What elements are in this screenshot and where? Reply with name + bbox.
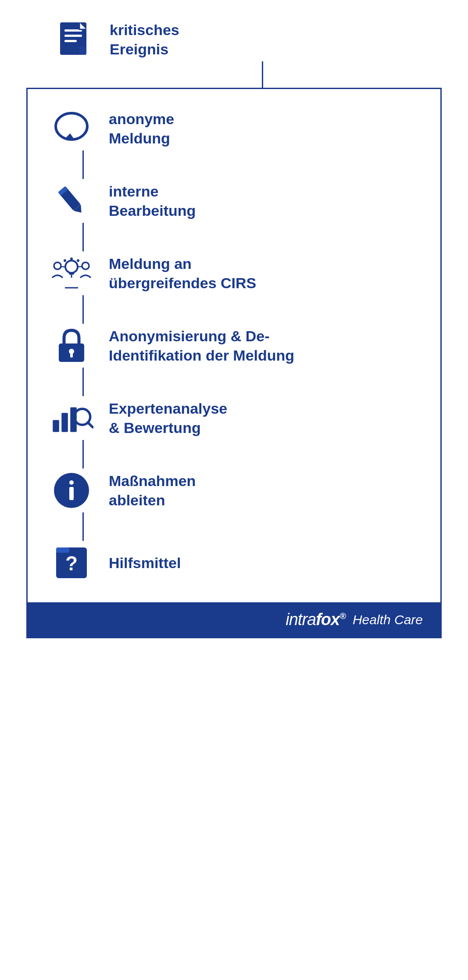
logo-registered: ®: [339, 611, 346, 621]
svg-line-29: [88, 422, 93, 427]
svg-rect-26: [61, 413, 68, 432]
step-6-label: Maßnahmen ableiten: [109, 471, 196, 510]
edit-icon: [50, 179, 93, 223]
step-3-label: Meldung an übergreifendes CIRS: [109, 254, 256, 293]
step-row-1: anonyme Meldung: [50, 107, 174, 150]
main-box: anonyme Meldung interne Bearbeitung: [26, 88, 442, 638]
step-2-label: interne Bearbeitung: [109, 182, 196, 220]
step-row-3: Meldung an übergreifendes CIRS: [50, 251, 256, 295]
svg-rect-2: [64, 35, 82, 37]
lock-icon: [50, 324, 93, 368]
connector-5: [82, 440, 84, 469]
connector-1: [82, 150, 84, 179]
step-row-4: Anonymisierung & De- Identifikation der …: [50, 324, 294, 368]
connector-3: [82, 295, 84, 324]
connector-6: [82, 512, 84, 541]
footer-bar: intrafox® Health Care: [28, 602, 440, 637]
logo-intra: intra: [286, 610, 316, 629]
svg-rect-3: [64, 40, 77, 42]
svg-point-11: [65, 261, 78, 273]
help-box-icon: ?: [50, 541, 93, 585]
svg-rect-12: [69, 272, 74, 275]
top-item: kritisches Ereignis: [53, 18, 179, 61]
svg-rect-32: [69, 487, 74, 500]
svg-point-19: [64, 259, 66, 262]
step-7-label: Hilfsmittel: [109, 553, 181, 572]
footer-logo: intrafox® Health Care: [286, 610, 423, 629]
logo-fox: fox: [316, 610, 339, 629]
top-connector: [262, 61, 263, 88]
svg-text:?: ?: [65, 552, 78, 575]
analytics-search-icon: [50, 396, 93, 440]
svg-rect-25: [53, 420, 59, 432]
svg-point-14: [54, 262, 61, 269]
footer-health-care: Health Care: [353, 612, 423, 627]
top-item-label: kritisches Ereignis: [110, 20, 179, 59]
svg-point-15: [82, 262, 89, 269]
step-1-label: anonyme Meldung: [109, 109, 174, 148]
step-5-label: Expertenanalyse & Bewertung: [109, 399, 227, 437]
connector-2: [82, 223, 84, 251]
svg-marker-5: [79, 46, 86, 55]
step-row-2: interne Bearbeitung: [50, 179, 196, 223]
step-row-5: Expertenanalyse & Bewertung: [50, 396, 227, 440]
svg-rect-24: [70, 353, 73, 358]
step-4-label: Anonymisierung & De- Identifikation der …: [109, 326, 294, 365]
svg-rect-35: [56, 547, 69, 553]
svg-marker-7: [65, 133, 74, 139]
svg-point-20: [77, 259, 79, 262]
footer-logo-text: intrafox®: [286, 610, 346, 629]
step-row-7: ? Hilfsmittel: [50, 541, 181, 585]
group-idea-icon: [50, 251, 93, 295]
chat-icon: [50, 107, 93, 150]
page-container: kritisches Ereignis anonyme Meldung: [26, 18, 442, 638]
svg-point-18: [70, 258, 73, 260]
svg-point-31: [69, 480, 74, 485]
document-icon: [53, 18, 96, 61]
info-icon: [50, 469, 93, 512]
connector-4: [82, 368, 84, 396]
step-row-6: Maßnahmen ableiten: [50, 469, 196, 512]
